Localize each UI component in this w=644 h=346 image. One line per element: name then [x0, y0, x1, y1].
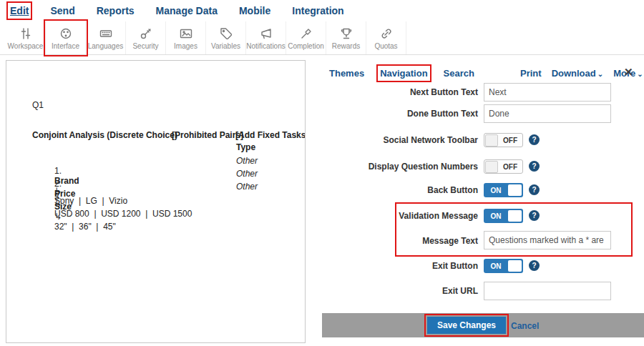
toggle-state-label: ON — [484, 212, 508, 220]
toolbar-item-label: Rewards — [332, 42, 360, 50]
app-window: Edit Send Reports Manage Data Mobile Int… — [0, 0, 644, 346]
toolbar-item-label: Images — [174, 42, 197, 50]
menu-item-integration[interactable]: Integration — [292, 5, 343, 16]
message-text-input[interactable] — [484, 231, 611, 249]
download-link[interactable]: Download⌄ — [552, 68, 604, 79]
attribute-number: 3. — [54, 192, 62, 202]
display-question-numbers-toggle[interactable]: OFF — [484, 159, 523, 174]
toolbar-item-notifications[interactable]: Notifications — [246, 21, 286, 54]
type-column-header: Type — [236, 142, 255, 152]
attribute-type: Other — [236, 156, 258, 166]
toolbar-item-security[interactable]: Security — [126, 21, 166, 54]
toolbar-item-label: Security — [132, 42, 158, 50]
branch-arrow-icon: ↳ — [54, 212, 62, 222]
toolbar-item-label: Languages — [88, 42, 124, 50]
exit-url-input[interactable] — [484, 282, 611, 300]
attribute-type: Other — [236, 169, 258, 179]
close-icon[interactable]: ✕ — [624, 66, 633, 79]
next-button-text-label: Next Button Text — [322, 87, 478, 97]
toolbar-item-interface[interactable]: Interface — [46, 21, 86, 54]
toolbar-item-languages[interactable]: Languages — [86, 21, 126, 54]
help-icon[interactable]: ? — [529, 161, 540, 172]
key-icon — [139, 26, 153, 41]
menu-item-reports[interactable]: Reports — [97, 5, 135, 16]
attribute-name: Size — [54, 202, 72, 212]
toggle-knob — [508, 260, 522, 272]
tab-navigation[interactable]: Navigation — [380, 68, 427, 79]
cancel-link[interactable]: Cancel — [511, 321, 539, 331]
display-question-numbers-label: Display Question Numbers — [322, 162, 478, 172]
toolbar-item-variables[interactable]: Variables — [206, 21, 246, 54]
chevron-down-icon: ⌄ — [637, 70, 643, 78]
exit-button-toggle[interactable]: ON — [484, 259, 523, 273]
back-button-toggle[interactable]: ON — [484, 183, 523, 197]
attribute-type: Other — [236, 182, 258, 192]
sliders-icon — [19, 26, 33, 41]
download-label: Download — [552, 68, 596, 79]
conjoint-attribute-row: 3. Size ↳ 32" | 36" | 45" — [40, 182, 116, 242]
toggle-state-label: ON — [484, 262, 508, 270]
help-icon[interactable]: ? — [529, 210, 540, 221]
toolbar-item-quotas[interactable]: Quotas — [366, 21, 406, 54]
print-link[interactable]: Print — [520, 68, 542, 79]
menu-item-manage-data[interactable]: Manage Data — [156, 5, 218, 16]
exit-button-label: Exit Button — [322, 261, 478, 271]
validation-message-label: Validation Message — [322, 211, 478, 221]
image-icon — [179, 26, 193, 41]
social-network-toolbar-toggle[interactable]: OFF — [484, 133, 523, 147]
tab-search[interactable]: Search — [444, 68, 474, 79]
main-menu: Edit Send Reports Manage Data Mobile Int… — [0, 0, 644, 21]
menu-item-mobile[interactable]: Mobile — [239, 5, 270, 16]
question-title: Conjoint Analysis (Discrete Choice) — [32, 130, 177, 140]
back-button-label: Back Button — [322, 185, 478, 195]
social-network-toolbar-label: Social Network Toolbar — [322, 135, 478, 145]
edit-toolbar: Workspace Interface Languages Security I… — [0, 21, 644, 55]
chevron-down-icon: ⌄ — [597, 70, 603, 78]
validation-message-toggle[interactable]: ON — [484, 209, 523, 223]
toolbar-item-images[interactable]: Images — [166, 21, 206, 54]
done-button-text-label: Done Button Text — [322, 109, 478, 119]
palette-icon — [59, 26, 73, 41]
menu-item-send[interactable]: Send — [50, 5, 74, 16]
survey-preview-panel: Q1 Conjoint Analysis (Discrete Choice) [… — [6, 60, 306, 343]
help-icon[interactable]: ? — [529, 184, 540, 195]
toolbar-item-label: Variables — [211, 42, 240, 50]
chain-link-icon — [379, 26, 394, 41]
tab-themes[interactable]: Themes — [329, 68, 364, 79]
toggle-knob — [508, 184, 522, 196]
toolbar-item-label: Completion — [288, 42, 324, 50]
toggle-state-label: OFF — [498, 163, 522, 171]
help-icon[interactable]: ? — [529, 134, 540, 145]
toolbar-item-rewards[interactable]: Rewards — [326, 21, 366, 54]
toolbar-item-label: Workspace — [8, 42, 44, 50]
toolbar-item-workspace[interactable]: Workspace — [6, 21, 46, 54]
toolbar-item-label: Notifications — [246, 42, 285, 50]
megaphone-icon — [259, 26, 273, 41]
toggle-state-label: OFF — [498, 137, 522, 144]
screwdriver-icon — [299, 26, 313, 41]
settings-tabs: Themes Navigation Search — [329, 68, 474, 79]
help-icon[interactable]: ? — [529, 260, 540, 271]
toggle-knob — [485, 134, 498, 147]
toolbar-item-label: Quotas — [374, 42, 397, 50]
prohibited-pairs-link[interactable]: [Prohibited Pairs] — [172, 130, 243, 140]
toggle-knob — [485, 161, 498, 173]
tag-icon — [219, 26, 233, 41]
next-button-text-input[interactable] — [484, 83, 611, 102]
message-text-label: Message Text — [322, 236, 478, 246]
toolbar-item-label: Interface — [52, 42, 79, 50]
question-code: Q1 — [32, 100, 44, 110]
toolbar-item-completion[interactable]: Completion — [286, 21, 326, 54]
add-fixed-tasks-link[interactable]: [Add Fixed Tasks — [235, 130, 306, 140]
trophy-icon — [339, 26, 353, 41]
toggle-knob — [508, 210, 522, 222]
keyboard-icon — [99, 26, 113, 41]
exit-url-label: Exit URL — [322, 286, 478, 296]
menu-item-edit[interactable]: Edit — [10, 5, 29, 16]
attribute-levels: 32" | 36" | 45" — [54, 222, 116, 232]
toggle-state-label: ON — [484, 187, 508, 194]
done-button-text-input[interactable] — [484, 104, 611, 123]
save-changes-button[interactable]: Save Changes — [427, 317, 506, 334]
